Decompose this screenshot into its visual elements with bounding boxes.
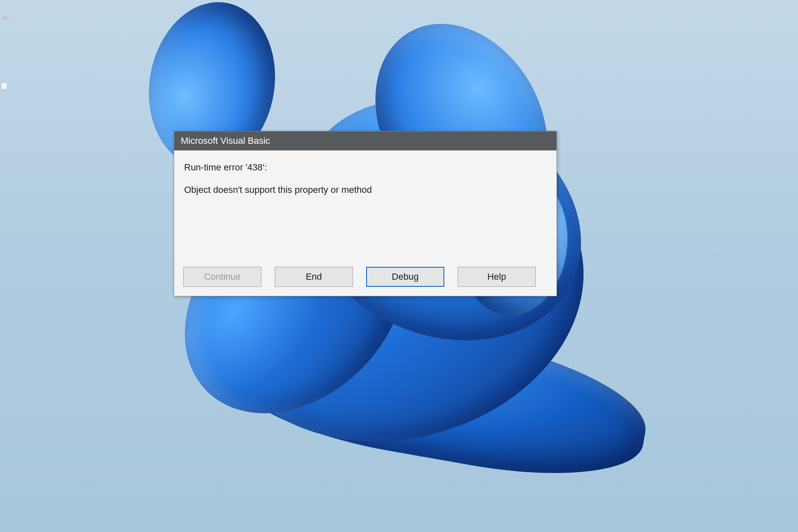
continue-button: Continue xyxy=(183,267,261,287)
desktop-icon-label-fragment[interactable]: 6... xyxy=(2,12,12,21)
end-button[interactable]: End xyxy=(275,267,353,287)
error-dialog: Microsoft Visual Basic Run-time error '4… xyxy=(174,131,557,296)
help-button[interactable]: Help xyxy=(458,267,536,287)
dialog-body: Run-time error '438': Object doesn't sup… xyxy=(174,150,557,267)
error-heading: Run-time error '438': xyxy=(184,162,547,173)
dialog-title: Microsoft Visual Basic xyxy=(181,135,270,146)
dialog-button-row: Continue End Debug Help xyxy=(174,267,557,296)
error-message: Object doesn't support this property or … xyxy=(184,185,547,195)
dialog-titlebar[interactable]: Microsoft Visual Basic xyxy=(174,131,557,150)
debug-button[interactable]: Debug xyxy=(366,267,444,287)
desktop-icon-fragment[interactable] xyxy=(2,83,7,89)
